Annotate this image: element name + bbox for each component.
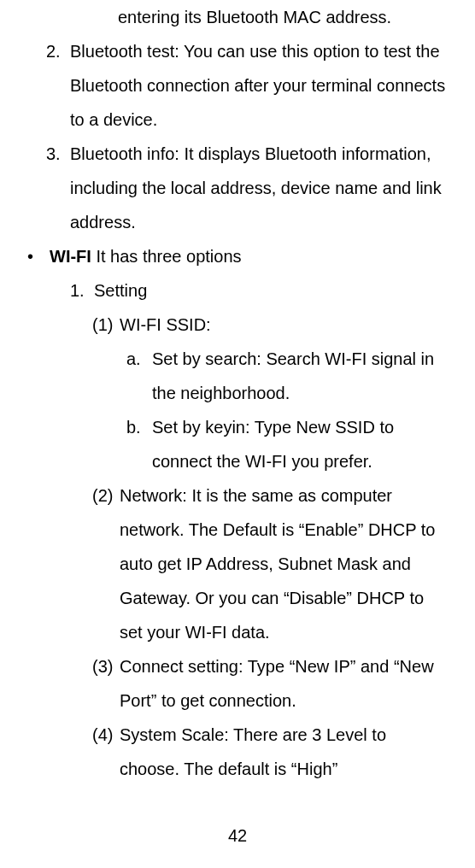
item-text: Setting <box>94 281 147 300</box>
item-marker: 3. <box>46 137 61 171</box>
page-number: 42 <box>0 818 475 853</box>
list-item: b. Set by keyin: Type New SSID to connec… <box>152 410 449 478</box>
item-text: Set by search: Search WI-FI signal in th… <box>152 349 434 402</box>
item-marker: (4) <box>92 718 113 752</box>
item-text: Bluetooth info: It displays Bluetooth in… <box>70 144 442 232</box>
wifi-setting-sublist-2: (2) Network: It is the same as computer … <box>26 478 449 786</box>
item-marker: (3) <box>92 649 113 683</box>
list-item: 3. Bluetooth info: It displays Bluetooth… <box>70 137 449 239</box>
bluetooth-list: 2. Bluetooth test: You can use this opti… <box>26 34 449 239</box>
item-text: Network: It is the same as computer netw… <box>120 486 435 642</box>
item-marker: (1) <box>92 308 113 342</box>
wifi-label: WI-FI <box>50 247 91 266</box>
list-item: (4) System Scale: There are 3 Level to c… <box>120 718 449 786</box>
list-item: (1) WI-FI SSID: <box>120 308 449 342</box>
item-marker: a. <box>126 342 141 376</box>
item-text: Bluetooth test: You can use this option … <box>70 42 445 129</box>
document-page: entering its Bluetooth MAC address. 2. B… <box>0 0 475 868</box>
item-text: System Scale: There are 3 Level to choos… <box>120 725 386 778</box>
item-marker: (2) <box>92 478 113 513</box>
item-text: Connect setting: Type “New IP” and “New … <box>120 657 434 710</box>
list-item: (3) Connect setting: Type “New IP” and “… <box>120 649 449 718</box>
item-marker: b. <box>126 410 141 444</box>
wifi-rest: It has three options <box>91 247 242 266</box>
item-marker: 1. <box>70 273 85 308</box>
partial-line: entering its Bluetooth MAC address. <box>26 0 449 34</box>
wifi-main-list: 1. Setting <box>26 273 449 308</box>
item-text: WI-FI SSID: <box>120 315 211 334</box>
list-item: a. Set by search: Search WI-FI signal in… <box>152 342 449 410</box>
list-item: 2. Bluetooth test: You can use this opti… <box>70 34 449 137</box>
wifi-setting-sublist: (1) WI-FI SSID: <box>26 308 449 342</box>
list-item: 1. Setting <box>94 273 449 308</box>
wifi-ssid-alpha-list: a. Set by search: Search WI-FI signal in… <box>26 342 449 478</box>
list-item: (2) Network: It is the same as computer … <box>120 478 449 649</box>
item-marker: 2. <box>46 34 61 68</box>
bullet-icon: • <box>27 239 33 273</box>
item-text: Set by keyin: Type New SSID to connect t… <box>152 418 394 471</box>
wifi-bullet: • WI-FI It has three options <box>26 239 449 273</box>
